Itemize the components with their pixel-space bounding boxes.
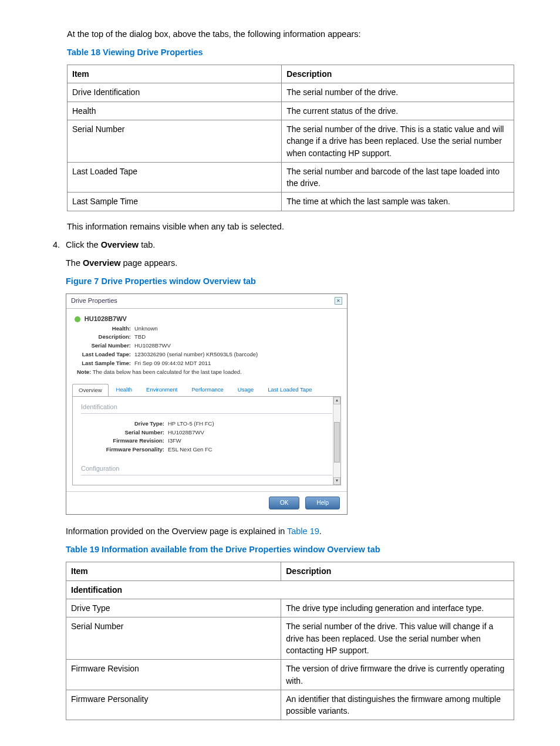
table19-header-item: Item bbox=[66, 562, 281, 580]
dialog-footer: OK Help bbox=[66, 491, 347, 515]
status-icon bbox=[75, 316, 80, 322]
kv-key: Serial Number: bbox=[77, 342, 134, 350]
kv-val: 1230326290 (serial number) KR5093L5 (bar… bbox=[134, 350, 258, 359]
kv-row: Serial Number:HU1028B7WV bbox=[81, 428, 332, 437]
kv-val: Unknown bbox=[134, 325, 158, 333]
tab-strip: Overview Health Environment Performance … bbox=[72, 383, 341, 396]
kv-row: Health:Unknown bbox=[77, 325, 339, 333]
table19: Item Description Identification Drive Ty… bbox=[66, 562, 514, 720]
t18-item: Health bbox=[68, 102, 282, 120]
t18-desc: The time at which the last sample was ta… bbox=[282, 193, 514, 211]
tab-performance[interactable]: Performance bbox=[185, 383, 230, 396]
kv-key: Drive Type: bbox=[81, 420, 168, 428]
kv-val: HU1028B7WV bbox=[168, 428, 204, 437]
kv-key: Serial Number: bbox=[81, 428, 168, 437]
tab-overview[interactable]: Overview bbox=[72, 384, 109, 397]
kv-row: Last Loaded Tape:1230326290 (serial numb… bbox=[77, 350, 339, 359]
note-key: Note: bbox=[77, 369, 91, 375]
t18-desc: The current status of the drive. bbox=[282, 102, 514, 120]
kv-key: Description: bbox=[77, 333, 134, 341]
window-title: Drive Properties bbox=[71, 296, 117, 306]
window-titlebar: Drive Properties ✕ bbox=[66, 294, 347, 309]
table-row: Last Loaded TapeThe serial number and ba… bbox=[68, 162, 514, 193]
scroll-track[interactable] bbox=[333, 404, 340, 477]
window-header: HU1028B7WV Health:Unknown Description:TB… bbox=[66, 309, 347, 380]
step-number: 4. bbox=[46, 239, 66, 730]
table-row: Last Sample TimeThe time at which the la… bbox=[68, 193, 514, 211]
text: page appears. bbox=[121, 258, 178, 268]
t19-item: Firmware Revision bbox=[66, 660, 281, 690]
kv-val: I3FW bbox=[168, 437, 181, 445]
kv-val: ESL Next Gen FC bbox=[168, 445, 212, 454]
para-after-figure: Information provided on the Overview pag… bbox=[66, 525, 514, 538]
figure7-window: Drive Properties ✕ HU1028B7WV Health:Unk… bbox=[66, 293, 348, 515]
t19-section: Identification bbox=[66, 580, 514, 599]
table19-title: Table 19 Information available from the … bbox=[66, 544, 514, 556]
kv-row: Last Sample Time:Fri Sep 09 09:44:02 MDT… bbox=[77, 359, 339, 367]
ok-button[interactable]: OK bbox=[269, 497, 299, 510]
text: tab. bbox=[139, 240, 155, 249]
kv-row: Firmware Personality:ESL Next Gen FC bbox=[81, 445, 332, 454]
section-identification: Identification bbox=[81, 403, 332, 414]
table-row: HealthThe current status of the drive. bbox=[68, 102, 514, 120]
kv-row: Drive Type:HP LTO-5 (FH FC) bbox=[81, 420, 332, 428]
text: . bbox=[319, 526, 322, 536]
table19-header-desc: Description bbox=[281, 562, 514, 580]
scrollbar[interactable]: ▲ ▼ bbox=[333, 397, 340, 485]
t18-desc: The serial number and barcode of the las… bbox=[282, 162, 514, 193]
t18-desc: The serial number of the drive. bbox=[282, 83, 514, 102]
scroll-thumb[interactable] bbox=[334, 422, 340, 463]
tab-usage[interactable]: Usage bbox=[231, 383, 260, 396]
kv-key: Health: bbox=[77, 325, 134, 333]
t19-desc: The serial number of the drive. This val… bbox=[281, 617, 514, 660]
t19-item: Firmware Personality bbox=[66, 690, 281, 720]
table-row: Firmware RevisionThe version of drive fi… bbox=[66, 660, 514, 690]
kv-key: Firmware Personality: bbox=[81, 445, 168, 454]
note-line: Note: The data below has been calculated… bbox=[77, 368, 339, 376]
help-button[interactable]: Help bbox=[305, 497, 340, 510]
kv-val: TBD bbox=[134, 333, 146, 341]
kv-val: HU1028B7WV bbox=[134, 342, 171, 350]
step-4: 4. Click the Overview tab. The Overview … bbox=[46, 239, 514, 730]
table18-header-desc: Description bbox=[282, 65, 514, 83]
kv-key: Firmware Revision: bbox=[81, 437, 168, 445]
t19-desc: The version of drive firmware the drive … bbox=[281, 660, 514, 690]
kv-val: Fri Sep 09 09:44:02 MDT 2011 bbox=[134, 359, 211, 367]
close-icon[interactable]: ✕ bbox=[335, 297, 342, 305]
scroll-up-icon[interactable]: ▲ bbox=[333, 397, 340, 404]
t19-desc: An identifier that distinguishes the fir… bbox=[281, 690, 514, 720]
table-row: Identification bbox=[66, 580, 514, 599]
tab-environment[interactable]: Environment bbox=[140, 383, 184, 396]
kv-key: Last Loaded Tape: bbox=[77, 350, 134, 359]
text: Information provided on the Overview pag… bbox=[66, 526, 287, 536]
text: Click the bbox=[66, 240, 101, 249]
tab-last-loaded[interactable]: Last Loaded Tape bbox=[261, 383, 318, 396]
kv-row: Firmware Revision:I3FW bbox=[81, 437, 332, 445]
table-row: Firmware PersonalityAn identifier that d… bbox=[66, 690, 514, 720]
tab-health[interactable]: Health bbox=[110, 383, 139, 396]
intro-paragraph: At the top of the dialog box, above the … bbox=[67, 28, 514, 40]
table18-header-item: Item bbox=[68, 65, 282, 83]
text-bold: Overview bbox=[83, 258, 121, 268]
link-table19[interactable]: Table 19 bbox=[287, 526, 319, 536]
t19-desc: The drive type including generation and … bbox=[281, 599, 514, 617]
scroll-down-icon[interactable]: ▼ bbox=[333, 477, 340, 485]
section-configuration: Configuration bbox=[81, 464, 332, 475]
kv-key: Last Sample Time: bbox=[77, 359, 134, 367]
table18: Item Description Drive IdentificationThe… bbox=[67, 65, 514, 211]
text-bold: Overview bbox=[101, 240, 139, 249]
kv-val: HP LTO-5 (FH FC) bbox=[168, 420, 214, 428]
table-row: Drive IdentificationThe serial number of… bbox=[68, 83, 514, 102]
para-after-table18: This information remains visible when an… bbox=[67, 221, 514, 233]
note-val: The data below has been calculated for t… bbox=[91, 369, 242, 375]
table-row: Serial NumberThe serial number of the dr… bbox=[66, 617, 514, 660]
t19-item: Drive Type bbox=[66, 599, 281, 617]
table18-title: Table 18 Viewing Drive Properties bbox=[67, 46, 514, 59]
table-row: Serial NumberThe serial number of the dr… bbox=[68, 120, 514, 162]
t18-item: Last Sample Time bbox=[68, 193, 282, 211]
kv-row: Description:TBD bbox=[77, 333, 339, 341]
t18-item: Last Loaded Tape bbox=[68, 162, 282, 193]
drive-name: HU1028B7WV bbox=[85, 315, 127, 322]
tab-body: Identification Drive Type:HP LTO-5 (FH F… bbox=[72, 396, 341, 485]
figure7-title: Figure 7 Drive Properties window Overvie… bbox=[66, 275, 514, 288]
